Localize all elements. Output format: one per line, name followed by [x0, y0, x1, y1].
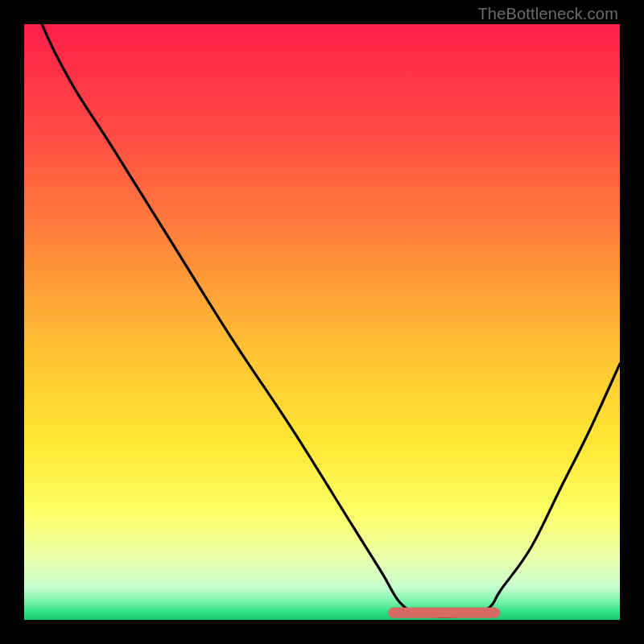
chart-frame: TheBottleneck.com — [0, 0, 644, 644]
watermark-text: TheBottleneck.com — [477, 5, 618, 23]
plot-area — [24, 24, 620, 620]
bottleneck-curve — [24, 24, 620, 620]
